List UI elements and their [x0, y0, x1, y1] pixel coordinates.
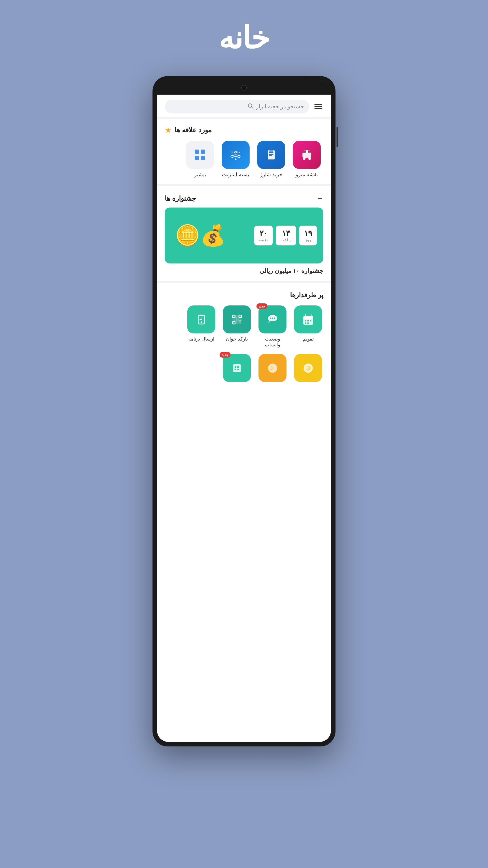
interests-section: مورد علاقه ها ★	[157, 119, 331, 184]
timer-box-hours: ۱۳ ساعت	[276, 225, 296, 245]
phone-screen: جستجو در جعبه ابزار مورد علاقه ها ★	[157, 81, 331, 742]
svg-rect-10	[269, 155, 272, 156]
page-title: خانه	[219, 20, 269, 56]
popular-section: پر طرفدارها	[157, 285, 331, 354]
svg-rect-6	[303, 151, 310, 151]
popular-app-whatsapp[interactable]: جدید وضعیت واتساپ	[257, 305, 288, 348]
bottom-app-1-icon: ₪	[294, 354, 322, 382]
interests-title: مورد علاقه ها	[174, 126, 212, 134]
coins-visual: 🪙💰	[175, 223, 226, 247]
send-app-label: ارسال برنامه	[188, 336, 214, 342]
app-item-more[interactable]: بیشتر	[185, 141, 215, 178]
sim-app-label: خرید شارژ	[260, 172, 283, 178]
svg-point-37	[200, 321, 202, 323]
festivals-section: ← جشنواره ها 🪙💰 ۱۹ روز ۱۳ ساع	[157, 188, 331, 281]
metro-app-label: نقشه مترو	[296, 172, 318, 178]
svg-point-4	[308, 157, 311, 160]
svg-text:₪: ₪	[306, 366, 308, 370]
svg-point-3	[303, 157, 305, 160]
star-icon: ★	[165, 126, 171, 134]
festivals-title: جشنواره ها	[165, 194, 196, 203]
svg-point-13	[235, 158, 236, 160]
svg-rect-21	[310, 320, 311, 321]
svg-rect-38	[199, 318, 203, 318]
svg-text:₿: ₿	[270, 366, 273, 371]
app-item-internet[interactable]: 3G/4G بسته اینترنت	[220, 141, 251, 178]
whatsapp-app-icon: جدید	[259, 305, 287, 333]
barcode-app-label: بارکد خوان	[226, 336, 248, 342]
section-divider-2	[157, 184, 331, 186]
popular-title: پر طرفدارها	[290, 291, 323, 299]
whatsapp-new-badge: جدید	[256, 303, 267, 309]
timer-hours-value: ۱۳	[280, 229, 292, 238]
svg-rect-36	[199, 315, 203, 316]
sim-app-icon	[257, 141, 285, 169]
bottom-partial-section: ₪ ₿	[157, 354, 331, 390]
svg-line-1	[251, 107, 252, 108]
svg-rect-39	[199, 319, 202, 320]
phone-camera	[241, 85, 247, 91]
internet-app-label: بسته اینترنت	[222, 172, 249, 178]
back-arrow-icon[interactable]: ←	[316, 194, 323, 203]
festival-timer: ۱۹ روز ۱۳ ساعت ۲۰ دقیقه	[254, 225, 317, 245]
svg-rect-20	[307, 320, 309, 321]
dot-3	[195, 156, 199, 160]
section-divider-3	[157, 281, 331, 283]
phone-side-button	[336, 127, 338, 147]
bottom-app-3-badge: جدید	[220, 352, 231, 358]
interests-apps-grid: نقشه مترو خری	[165, 141, 323, 178]
svg-rect-47	[237, 366, 239, 368]
hamburger-line-1	[315, 104, 322, 105]
bottom-app-1[interactable]: ₪	[293, 354, 323, 382]
svg-rect-9	[269, 154, 273, 155]
phone-frame: جستجو در جعبه ابزار مورد علاقه ها ★	[153, 76, 335, 746]
bottom-app-2[interactable]: ₿	[257, 354, 288, 382]
dot-2	[201, 150, 205, 154]
svg-rect-45	[233, 364, 241, 372]
more-app-label: بیشتر	[194, 172, 206, 178]
svg-point-26	[274, 317, 275, 319]
timer-hours-label: ساعت	[280, 238, 292, 242]
app-item-metro[interactable]: نقشه مترو	[292, 141, 322, 178]
hamburger-line-3	[315, 108, 322, 109]
bottom-apps-row: ₪ ₿	[165, 354, 323, 382]
timer-minutes-label: دقیقه	[259, 238, 268, 242]
phone-notch-bar	[157, 81, 331, 95]
dot-4	[201, 156, 205, 160]
svg-point-24	[270, 317, 271, 319]
svg-rect-49	[237, 369, 239, 370]
more-app-icon	[186, 141, 214, 169]
popular-apps-grid: تقویم جدید وضعیت	[165, 305, 323, 348]
calendar-app-icon	[294, 305, 322, 333]
dots-grid	[195, 150, 205, 160]
search-bar-area: جستجو در جعبه ابزار	[157, 95, 331, 117]
page-container: خانه جستجو در جعبه ابزار	[0, 0, 488, 868]
popular-app-barcode[interactable]: بارکد خوان	[222, 305, 252, 348]
whatsapp-app-label: وضعیت واتساپ	[257, 336, 288, 348]
svg-point-25	[272, 317, 273, 319]
timer-days-value: ۱۹	[304, 229, 313, 238]
svg-rect-48	[235, 369, 236, 370]
hamburger-line-2	[315, 106, 322, 107]
calendar-app-label: تقویم	[303, 336, 314, 342]
search-icon	[247, 103, 253, 111]
interests-header: مورد علاقه ها ★	[165, 126, 323, 134]
timer-box-days: ۱۹ روز	[299, 225, 317, 245]
popular-app-send[interactable]: ارسال برنامه	[186, 305, 217, 348]
svg-text:3G/4G: 3G/4G	[231, 150, 240, 154]
hamburger-button[interactable]	[313, 103, 323, 111]
festival-card[interactable]: 🪙💰 ۱۹ روز ۱۳ ساعت ۲۰ دقیقه	[165, 208, 323, 264]
metro-app-icon	[293, 141, 321, 169]
app-item-sim[interactable]: خرید شارژ	[256, 141, 287, 178]
timer-days-label: روز	[305, 238, 311, 242]
bottom-app-2-icon: ₿	[259, 354, 287, 382]
popular-app-calendar[interactable]: تقویم	[293, 305, 323, 348]
svg-rect-46	[235, 366, 236, 368]
barcode-app-icon	[223, 305, 251, 333]
bottom-app-3[interactable]: جدید	[222, 354, 252, 382]
section-divider-1	[157, 117, 331, 119]
bottom-app-3-icon: جدید	[223, 354, 251, 382]
festival-bg-decoration: 🪙💰	[165, 208, 236, 264]
search-input-wrapper[interactable]: جستجو در جعبه ابزار	[165, 100, 309, 114]
svg-rect-23	[307, 322, 309, 324]
